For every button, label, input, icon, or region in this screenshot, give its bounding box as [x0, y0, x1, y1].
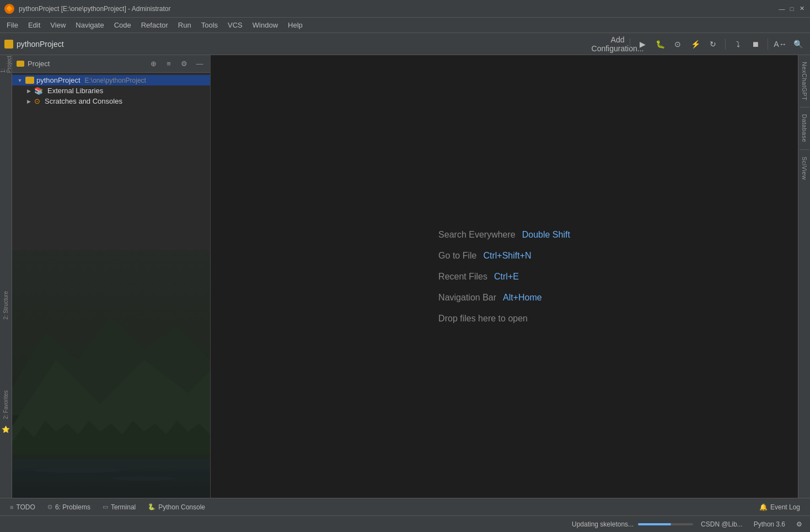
- search-everywhere-label: Search Everywhere: [438, 230, 516, 240]
- tree-item-external-libs[interactable]: ▶ 📚 External Libraries: [12, 85, 210, 96]
- outer-layout: 1: Project Project ⊕ ≡ ⚙ — ▼ pythonProje…: [0, 55, 810, 498]
- project-name-area: pythonProject: [4, 40, 64, 49]
- tree-item-scratches[interactable]: ▶ ⊙ Scratches and Consoles: [12, 96, 210, 106]
- close-button[interactable]: ✕: [798, 5, 806, 13]
- event-log-tab[interactable]: 🔔 Event Log: [754, 501, 806, 513]
- terminal-tab[interactable]: ▭ Terminal: [97, 501, 141, 513]
- updating-text: Updating skeletons...: [572, 520, 634, 528]
- search-everywhere-key: Double Shift: [522, 230, 570, 240]
- nav-bar-key: Alt+Home: [503, 293, 542, 303]
- tree-item-root[interactable]: ▼ pythonProject E:\one\pythonProject: [12, 75, 210, 85]
- editor-area: Search Everywhere Double Shift Go to Fil…: [211, 55, 798, 498]
- menu-edit[interactable]: Edit: [24, 19, 45, 31]
- csdn-status[interactable]: CSDN @Lib...: [698, 520, 746, 528]
- right-activity-bar: NexChatGPT Database SciView: [798, 55, 810, 498]
- scratch-icon: ⊙: [34, 97, 40, 105]
- progress-bar: [638, 523, 693, 525]
- title-bar-left: 🔶 pythonProject [E:\one\pythonProject] -…: [4, 4, 170, 14]
- menu-code[interactable]: Code: [110, 19, 136, 31]
- toolbar-project-title: pythonProject: [17, 40, 64, 49]
- panel-title: Project: [28, 60, 144, 68]
- settings-icon[interactable]: ⚙: [793, 520, 806, 528]
- structure-label[interactable]: 2: Structure: [2, 287, 10, 324]
- reload-button[interactable]: ↻: [705, 36, 721, 52]
- shortcut-goto: Go to File Ctrl+Shift+N: [438, 251, 570, 261]
- coverage-button[interactable]: ⊙: [670, 36, 685, 52]
- status-bar: Updating skeletons... CSDN @Lib... Pytho…: [0, 515, 810, 532]
- status-bar-right: Updating skeletons... CSDN @Lib... Pytho…: [572, 520, 806, 528]
- menu-view[interactable]: View: [46, 19, 70, 31]
- panel-settings-button[interactable]: ⚙: [178, 58, 190, 70]
- ext-label: External Libraries: [47, 87, 103, 95]
- shortcut-navbar: Navigation Bar Alt+Home: [438, 293, 570, 303]
- favorites-icon[interactable]: ⭐: [0, 423, 12, 436]
- menu-help[interactable]: Help: [283, 19, 307, 31]
- event-log-label: Event Log: [770, 503, 800, 511]
- nexchatgpt-panel[interactable]: NexChatGPT: [800, 57, 809, 105]
- menu-window[interactable]: Window: [248, 19, 282, 31]
- right-sep-2: [800, 149, 809, 150]
- title-text: pythonProject [E:\one\pythonProject] - A…: [19, 5, 170, 13]
- stop-button[interactable]: ⏹: [748, 36, 763, 52]
- shortcut-search: Search Everywhere Double Shift: [438, 230, 570, 240]
- favorites-label[interactable]: 2: Favorites: [2, 386, 10, 423]
- activity-project[interactable]: 1: Project: [1, 57, 11, 67]
- menu-navigate[interactable]: Navigate: [71, 19, 108, 31]
- sciview-panel[interactable]: SciView: [800, 152, 809, 184]
- welcome-content: Search Everywhere Double Shift Go to Fil…: [416, 208, 592, 346]
- project-panel-header: Project ⊕ ≡ ⚙ —: [12, 55, 210, 73]
- title-bar: 🔶 pythonProject [E:\one\pythonProject] -…: [0, 0, 810, 18]
- problems-tab[interactable]: ⊙ 6: Problems: [42, 501, 96, 513]
- project-folder-icon: [4, 40, 13, 49]
- menu-file[interactable]: File: [2, 19, 23, 31]
- todo-icon: ≡: [10, 504, 13, 510]
- search-everywhere-button[interactable]: 🔍: [790, 36, 806, 52]
- python-console-tab[interactable]: 🐍 Python Console: [142, 501, 211, 513]
- debug-button[interactable]: 🐛: [652, 36, 668, 52]
- add-config-button[interactable]: Add Configuration...: [610, 36, 625, 52]
- menu-vcs[interactable]: VCS: [223, 19, 247, 31]
- svg-rect-7: [12, 454, 210, 498]
- status-right: 🔔 Event Log: [754, 501, 806, 513]
- goto-file-label: Go to File: [438, 251, 476, 261]
- left-favorites-panel: 2: Favorites ⭐: [0, 386, 12, 436]
- menu-run[interactable]: Run: [174, 19, 196, 31]
- python-version-status[interactable]: Python 3.6: [750, 520, 788, 528]
- run-button[interactable]: ▶: [635, 36, 650, 52]
- python-console-icon: 🐍: [148, 503, 155, 510]
- panel-folder-icon: [17, 61, 24, 67]
- step-over-button[interactable]: ⤵: [730, 36, 745, 52]
- database-panel[interactable]: Database: [800, 110, 809, 147]
- problems-icon: ⊙: [47, 503, 52, 510]
- profile-button[interactable]: ⚡: [688, 36, 703, 52]
- toolbar-separator-2: [725, 39, 726, 50]
- minimize-button[interactable]: —: [778, 5, 786, 13]
- recent-files-key: Ctrl+E: [494, 272, 519, 282]
- translate-button[interactable]: A↔: [773, 36, 788, 52]
- toolbar-separator-3: [768, 39, 768, 50]
- todo-tab[interactable]: ≡ TODO: [4, 501, 41, 513]
- panel-collapse-button[interactable]: ≡: [163, 58, 175, 70]
- panel-minimize-button[interactable]: —: [194, 58, 206, 70]
- menu-tools[interactable]: Tools: [197, 19, 222, 31]
- menu-refactor[interactable]: Refactor: [137, 19, 173, 31]
- goto-file-key: Ctrl+Shift+N: [483, 251, 531, 261]
- drop-files-text: Drop files here to open: [438, 314, 570, 324]
- scratch-arrow: ▶: [25, 98, 32, 105]
- recent-files-label: Recent Files: [438, 272, 487, 282]
- ext-arrow: ▶: [25, 88, 32, 94]
- maximize-button[interactable]: □: [788, 5, 796, 13]
- shortcut-recent: Recent Files Ctrl+E: [438, 272, 570, 282]
- background-scene: [12, 250, 210, 498]
- root-arrow: ▼: [17, 77, 23, 84]
- toolbar-separator: [630, 39, 630, 50]
- left-bottom-panels: 2: Structure: [0, 287, 12, 324]
- root-label: pythonProject: [36, 76, 81, 84]
- python-console-label: Python Console: [158, 503, 205, 511]
- root-path: E:\one\pythonProject: [85, 77, 146, 84]
- toolbar: pythonProject Add Configuration... ▶ 🐛 ⊙…: [0, 33, 810, 55]
- project-tab-label[interactable]: 1: Project: [0, 56, 12, 73]
- menu-bar: File Edit View Navigate Code Refactor Ru…: [0, 18, 810, 33]
- panel-sync-button[interactable]: ⊕: [147, 58, 159, 70]
- root-folder-icon: [25, 77, 34, 84]
